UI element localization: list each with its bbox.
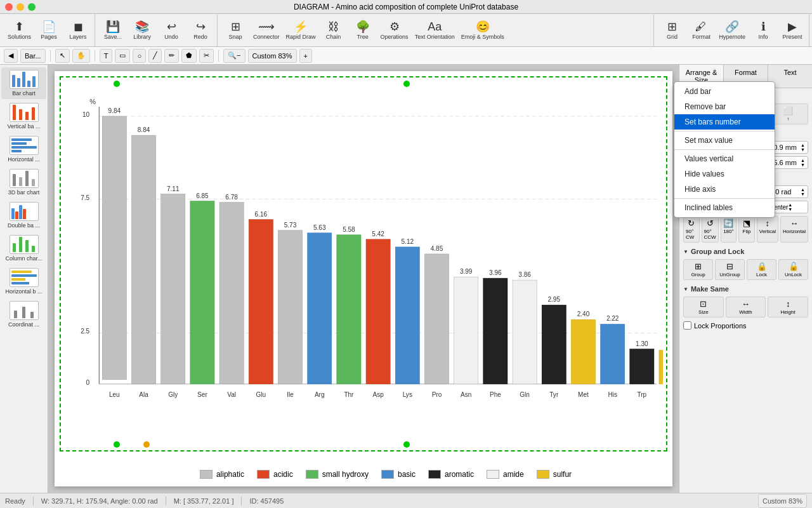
sidebar-item-horizontal[interactable]: Horizontal ... bbox=[1, 133, 46, 165]
minimize-button[interactable] bbox=[16, 3, 24, 11]
rotate-180-btn[interactable]: 🔄 180° bbox=[721, 216, 737, 243]
ctx-values-vertical[interactable]: Values vertical bbox=[674, 151, 775, 166]
operations-button[interactable]: ⚙ Operations bbox=[378, 17, 411, 44]
bar-ser[interactable] bbox=[190, 201, 214, 384]
ctx-add-bar[interactable]: Add bar bbox=[674, 84, 775, 99]
size-btn[interactable]: ⊡ Size bbox=[683, 297, 724, 318]
x-up[interactable]: ▲ bbox=[801, 143, 805, 147]
vertical-btn[interactable]: ↕ Vertical bbox=[757, 216, 778, 243]
pin-up[interactable]: ▲ bbox=[788, 203, 792, 207]
connector-button[interactable]: ⟿ Connector bbox=[251, 17, 282, 44]
emoji-button[interactable]: 😊 Emoji & Symbols bbox=[459, 17, 507, 44]
draw-tool[interactable]: ✏ bbox=[164, 49, 179, 63]
layers-button[interactable]: ◼ Layers bbox=[64, 17, 92, 44]
bar-met[interactable] bbox=[571, 319, 595, 384]
lock-btn[interactable]: 🔒 Lock bbox=[747, 259, 776, 280]
rect-tool[interactable]: ▭ bbox=[115, 49, 130, 63]
angle-down[interactable]: ▼ bbox=[801, 192, 805, 196]
sidebar-item-vertical-bar[interactable]: Vertical ba ... bbox=[1, 100, 46, 132]
text-orientation-button[interactable]: Aa Text Orientation bbox=[412, 17, 457, 44]
shape-tool[interactable]: ⬟ bbox=[181, 49, 197, 63]
format-button[interactable]: 🖋 Format bbox=[687, 17, 715, 44]
section-make-same-header[interactable]: ▼ Make Same bbox=[683, 285, 808, 293]
rotate-90ccw-btn[interactable]: ↺ 90° CCW bbox=[702, 216, 719, 243]
sidebar-item-bar-chart[interactable]: Bar chart bbox=[1, 67, 46, 99]
width-btn[interactable]: ↔ Width bbox=[726, 297, 766, 318]
group-btn[interactable]: ⊞ Group bbox=[683, 259, 713, 280]
height-btn[interactable]: ↕ Height bbox=[768, 297, 808, 318]
angle-stepper[interactable]: ▲ ▼ bbox=[801, 187, 805, 196]
x-stepper[interactable]: ▲ ▼ bbox=[801, 143, 805, 152]
bar-ile[interactable] bbox=[278, 231, 302, 384]
lock-proportions-checkbox[interactable] bbox=[683, 321, 691, 330]
angle-up[interactable]: ▲ bbox=[801, 187, 805, 192]
solutions-button[interactable]: ⬆ Solutions bbox=[5, 17, 34, 44]
ctx-set-max-value[interactable]: Set max value bbox=[674, 133, 775, 148]
hypernote-button[interactable]: 🔗 Hypernote bbox=[716, 17, 748, 44]
chain-button[interactable]: ⛓ Chain bbox=[320, 17, 348, 44]
snap-button[interactable]: ⊞ Snap bbox=[221, 17, 249, 44]
bar-arg[interactable] bbox=[308, 233, 332, 384]
x-down[interactable]: ▼ bbox=[801, 147, 805, 152]
hand-tool[interactable]: ✋ bbox=[72, 49, 90, 63]
status-zoom[interactable]: Custom 83% bbox=[758, 494, 807, 508]
horizontal-btn[interactable]: ↔ Horizontal bbox=[780, 216, 808, 243]
sidebar-item-column[interactable]: Column char... bbox=[1, 232, 46, 264]
maximize-button[interactable] bbox=[28, 3, 36, 11]
bar-gln[interactable] bbox=[513, 280, 537, 384]
sidebar-item-coordinat[interactable]: Coordinat ... bbox=[1, 298, 46, 330]
flip-btn[interactable]: ⬔ Flip bbox=[738, 216, 755, 243]
line-tool[interactable]: ╱ bbox=[148, 49, 162, 63]
bar-ala[interactable] bbox=[131, 135, 155, 384]
present-button[interactable]: ▶ Present bbox=[778, 17, 806, 44]
ctx-inclined-labels[interactable]: Inclined lables bbox=[674, 200, 775, 215]
bar-trp[interactable] bbox=[630, 349, 654, 384]
bar-gly[interactable] bbox=[161, 194, 185, 384]
grid-button[interactable]: ⊞ Grid bbox=[658, 17, 686, 44]
bar-lys[interactable] bbox=[395, 247, 419, 384]
ctx-hide-values[interactable]: Hide values bbox=[674, 166, 775, 182]
zoom-in-button[interactable]: + bbox=[299, 49, 312, 63]
cut-tool[interactable]: ✂ bbox=[199, 49, 214, 63]
zoom-level[interactable]: Custom 83% bbox=[248, 49, 297, 63]
y-up[interactable]: ▲ bbox=[801, 158, 805, 163]
rotate-90cw-btn[interactable]: ↻ 90° CW bbox=[683, 216, 700, 243]
bar-pro[interactable] bbox=[424, 254, 449, 384]
sidebar-item-horiz-b[interactable]: Horizontal b ... bbox=[1, 265, 46, 297]
ungroup-btn[interactable]: ⊟ UnGroup bbox=[715, 259, 745, 280]
bar-val[interactable] bbox=[219, 203, 244, 384]
redo-button[interactable]: ↪ Redo bbox=[187, 17, 214, 44]
bar-cys[interactable] bbox=[659, 351, 663, 384]
canvas[interactable]: % 10 7.5 2.5 0 9.84 Leu 8.84 Ala bbox=[55, 71, 672, 486]
ctx-set-bars-number[interactable]: Set bars number bbox=[674, 114, 775, 130]
bar-tyr[interactable] bbox=[542, 305, 566, 384]
select-tool[interactable]: ↖ bbox=[55, 49, 70, 63]
bar-his[interactable] bbox=[601, 324, 625, 384]
library-button[interactable]: 📚 Library bbox=[128, 17, 156, 44]
ctx-remove-bar[interactable]: Remove bar bbox=[674, 99, 775, 114]
pin-stepper[interactable]: ▲ ▼ bbox=[788, 203, 792, 211]
unlock-btn[interactable]: 🔓 UnLock bbox=[778, 259, 808, 280]
pages-button[interactable]: 📄 Pages bbox=[35, 17, 63, 44]
nav-breadcrumb[interactable]: Bar... bbox=[20, 49, 46, 63]
sidebar-item-double-bar[interactable]: Double ba ... bbox=[1, 199, 46, 231]
nav-back-button[interactable]: ◀ bbox=[4, 49, 18, 63]
y-stepper[interactable]: ▲ ▼ bbox=[801, 158, 805, 167]
bar-asn[interactable] bbox=[454, 277, 478, 384]
pin-down[interactable]: ▼ bbox=[788, 207, 792, 211]
bar-asp[interactable] bbox=[366, 239, 390, 384]
bar-glu[interactable] bbox=[249, 220, 273, 384]
ctx-hide-axis[interactable]: Hide axis bbox=[674, 182, 775, 197]
close-button[interactable] bbox=[5, 3, 13, 11]
rapid-draw-button[interactable]: ⚡ Rapid Draw bbox=[284, 17, 318, 44]
y-down[interactable]: ▼ bbox=[801, 163, 805, 167]
info-button[interactable]: ℹ Info bbox=[749, 17, 777, 44]
save-button[interactable]: 💾 Save... bbox=[99, 17, 127, 44]
zoom-out-button[interactable]: 🔍− bbox=[223, 49, 245, 63]
section-group-header[interactable]: ▼ Group and Lock bbox=[683, 248, 808, 255]
ellipse-tool[interactable]: ○ bbox=[133, 49, 146, 63]
bar-leu[interactable] bbox=[102, 116, 126, 380]
sidebar-item-3d-bar[interactable]: 3D bar chart bbox=[1, 166, 46, 198]
text-tool[interactable]: T bbox=[100, 49, 113, 63]
bar-thr[interactable] bbox=[337, 235, 361, 384]
